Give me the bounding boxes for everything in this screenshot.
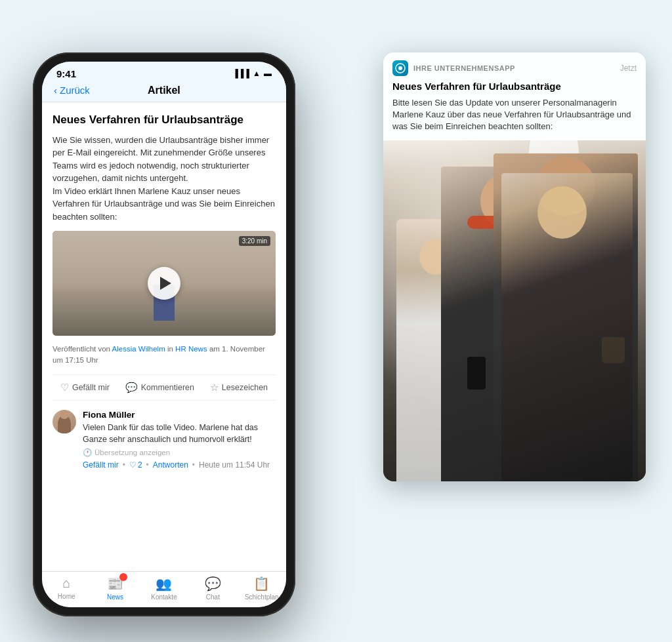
like-heart: ♡ 2 [129, 460, 142, 470]
notif-app-name: IHRE UNTERNEHMENSAPP [413, 64, 515, 72]
comment-text: Vielen Dank für das tolle Video. Marlene… [83, 422, 276, 445]
article-content: Neues Verfahren für Urlaubsanträge Wie S… [42, 102, 286, 571]
news-icon: 📰 [107, 576, 123, 592]
play-button[interactable] [148, 267, 180, 300]
tab-home-label: Home [58, 593, 75, 600]
home-icon: ⌂ [62, 576, 70, 591]
battery-icon: ▬ [264, 69, 272, 78]
article-body: Wie Sie wissen, wurden die Urlaubsanträg… [52, 134, 276, 224]
comment-like-button[interactable]: Gefällt mir [83, 460, 119, 470]
bookmark-label: Lesezeichen [222, 383, 268, 392]
workers-image [383, 140, 646, 481]
app-icon-svg [395, 63, 406, 73]
notif-body: Bitte lesen Sie das Update von unserer P… [383, 97, 646, 141]
nav-title: Artikel [148, 85, 180, 96]
bookmark-button[interactable]: ☆ Lesezeichen [210, 382, 268, 393]
comment-body: Fiona Müller Vielen Dank für das tolle V… [83, 410, 276, 470]
contacts-icon: 👥 [156, 576, 172, 592]
translate-icon: 🕐 [83, 448, 92, 457]
separator-2: • [146, 460, 149, 470]
video-duration: 3:20 min [239, 236, 270, 246]
tab-news-label: News [107, 593, 123, 601]
play-icon [160, 277, 171, 290]
signal-icon: ▐▐▐ [233, 69, 250, 78]
video-thumbnail[interactable]: 3:20 min [52, 231, 276, 336]
translate-link[interactable]: 🕐 Übersetzung anzeigen [83, 448, 276, 457]
chevron-left-icon: ‹ [54, 85, 57, 96]
back-label[interactable]: Zurück [60, 85, 90, 96]
published-info: Veröffentlicht von Alessia Wilhelm in HR… [52, 344, 276, 367]
published-label: Veröffentlicht von [52, 345, 110, 353]
svg-point-1 [398, 66, 402, 70]
comment-label: Kommentieren [141, 383, 194, 392]
phone-device: 9:41 ▐▐▐ ▲ ▬ ‹ Zurück Artikel Neues Verf… [33, 52, 295, 616]
tab-contacts[interactable]: 👥 Kontakte [144, 576, 184, 601]
like-button[interactable]: ♡ Gefällt mir [60, 382, 110, 393]
face-4 [537, 186, 587, 239]
status-bar: 9:41 ▐▐▐ ▲ ▬ [42, 62, 286, 82]
action-buttons: ♡ Gefällt mir 💬 Kommentieren ☆ Lesezeich… [52, 374, 276, 401]
comment-icon: 💬 [125, 382, 138, 393]
phone-in-hand [467, 357, 486, 390]
article-headline: Neues Verfahren für Urlaubsanträge [52, 113, 276, 127]
wifi-icon: ▲ [253, 69, 261, 78]
like-count: 2 [138, 460, 142, 470]
status-time: 9:41 [56, 68, 76, 79]
tab-contacts-label: Kontakte [151, 593, 177, 601]
back-button[interactable]: ‹ Zurück [54, 85, 90, 96]
notif-time: Jetzt [620, 64, 637, 73]
notif-app-icon [392, 60, 408, 76]
tab-home[interactable]: ⌂ Home [47, 576, 86, 601]
news-badge [119, 573, 127, 581]
scene: 9:41 ▐▐▐ ▲ ▬ ‹ Zurück Artikel Neues Verf… [13, 13, 659, 642]
in-label: in [167, 345, 175, 353]
commenter-name: Fiona Müller [83, 410, 276, 420]
translate-label[interactable]: Übersetzung anzeigen [94, 449, 170, 456]
notification-card: IHRE UNTERNEHMENSAPP Jetzt Neues Verfahr… [383, 52, 646, 481]
status-icons: ▐▐▐ ▲ ▬ [233, 69, 272, 78]
comment-button[interactable]: 💬 Kommentieren [125, 382, 194, 393]
tab-schedule-label: Schichtplan [245, 593, 279, 601]
bookmark-icon: ☆ [210, 382, 219, 393]
heart-icon: ♡ [129, 460, 136, 470]
tab-schedule[interactable]: 📋 Schichtplan [242, 576, 282, 601]
separator: • [123, 460, 125, 470]
author-link[interactable]: Alessia Wilhelm [112, 345, 165, 353]
tab-news[interactable]: 📰 News [96, 576, 135, 601]
tab-chat[interactable]: 💬 Chat [193, 576, 232, 601]
notif-app-info: IHRE UNTERNEHMENSAPP [392, 60, 515, 76]
tab-bar: ⌂ Home 📰 News 👥 Kontakte 💬 Chat [42, 571, 286, 607]
nav-bar: ‹ Zurück Artikel [42, 82, 286, 102]
worker-4 [501, 173, 633, 481]
reply-button[interactable]: Antworten [153, 460, 188, 470]
heart-icon: ♡ [60, 382, 69, 393]
chat-icon: 💬 [205, 576, 221, 592]
commenter-avatar [52, 410, 76, 433]
notif-header: IHRE UNTERNEHMENSAPP Jetzt [383, 52, 646, 80]
schedule-icon: 📋 [253, 576, 270, 592]
avatar-figure [58, 415, 71, 433]
comment-actions: Gefällt mir • ♡ 2 • Antworten • Heute um… [83, 460, 276, 470]
tab-chat-label: Chat [206, 593, 220, 601]
workers-scene [383, 140, 646, 481]
category-link[interactable]: HR News [175, 345, 207, 353]
comment-time: Heute um 11:54 Uhr [199, 460, 270, 470]
like-label: Gefällt mir [72, 383, 110, 392]
separator-3: • [192, 460, 195, 470]
phone-screen: 9:41 ▐▐▐ ▲ ▬ ‹ Zurück Artikel Neues Verf… [42, 62, 286, 607]
notif-title: Neues Verfahren für Urlaubsanträge [383, 80, 646, 97]
comment-section: Fiona Müller Vielen Dank für das tolle V… [52, 410, 276, 470]
